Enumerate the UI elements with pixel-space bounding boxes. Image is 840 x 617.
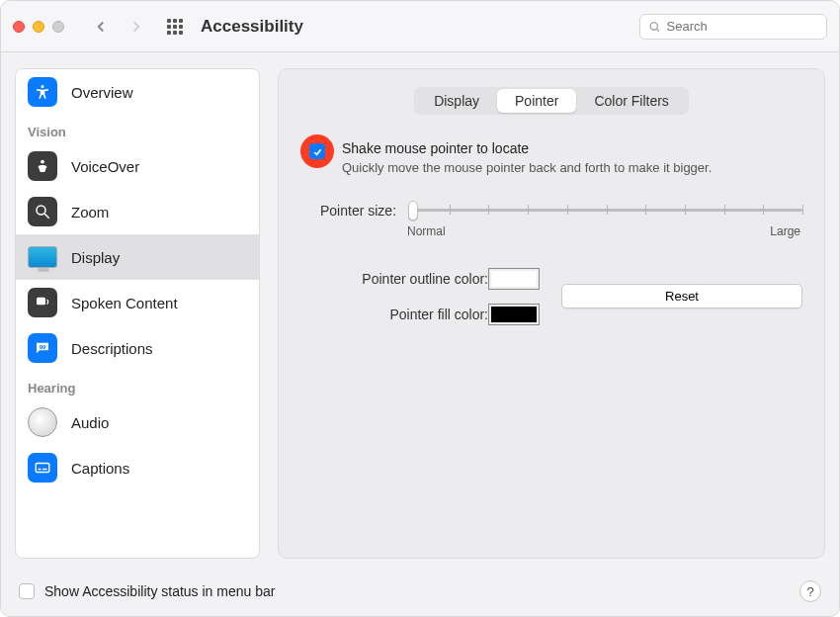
- sidebar-item-label: Zoom: [71, 204, 109, 220]
- sidebar-list[interactable]: Overview Vision VoiceOver Zoom: [16, 69, 259, 490]
- window-title: Accessibility: [201, 17, 303, 37]
- svg-point-3: [41, 160, 44, 164]
- sidebar: Overview Vision VoiceOver Zoom: [15, 68, 260, 559]
- titlebar: Accessibility: [1, 1, 839, 52]
- content-area: Overview Vision VoiceOver Zoom: [1, 52, 839, 567]
- sidebar-item-zoom[interactable]: Zoom: [16, 189, 259, 234]
- search-field[interactable]: [639, 14, 827, 40]
- zoom-window-button[interactable]: [52, 21, 64, 33]
- svg-line-1: [657, 29, 659, 31]
- search-input[interactable]: [667, 19, 819, 34]
- svg-point-4: [37, 206, 45, 215]
- svg-line-5: [44, 214, 49, 219]
- sidebar-item-label: Audio: [71, 414, 109, 431]
- reset-colors-button[interactable]: Reset: [561, 284, 802, 308]
- shake-pointer-title: Shake mouse pointer to locate: [342, 140, 802, 156]
- tab-segmented-control: Display Pointer Color Filters: [300, 87, 802, 115]
- statusbar-label: Show Accessibility status in menu bar: [44, 583, 275, 599]
- svg-rect-10: [42, 469, 47, 471]
- sidebar-item-audio[interactable]: Audio: [16, 399, 259, 445]
- sidebar-item-captions[interactable]: Captions: [16, 445, 259, 490]
- tab-color-filters[interactable]: Color Filters: [576, 89, 686, 113]
- svg-rect-6: [37, 298, 45, 306]
- shake-pointer-checkbox[interactable]: [309, 143, 325, 159]
- pointer-size-label: Pointer size:: [320, 203, 396, 219]
- shake-pointer-desc: Quickly move the mouse pointer back and …: [342, 159, 717, 177]
- sidebar-item-label: Spoken Content: [71, 295, 178, 311]
- pointer-size-row: Pointer size:: [320, 199, 802, 222]
- pointer-size-min-label: Normal: [407, 224, 446, 238]
- shake-pointer-row: Shake mouse pointer to locate Quickly mo…: [300, 140, 802, 177]
- spoken-content-icon: [28, 288, 57, 317]
- sidebar-section-hearing: Hearing: [16, 371, 259, 399]
- fill-color-label: Pointer fill color:: [320, 307, 488, 322]
- highlight-ring: [300, 134, 334, 168]
- all-prefs-grid-icon[interactable]: [167, 19, 183, 35]
- sidebar-item-overview[interactable]: Overview: [16, 69, 259, 115]
- sidebar-section-vision: Vision: [16, 115, 259, 143]
- footer: Show Accessibility status in menu bar ?: [1, 567, 839, 616]
- sidebar-item-display[interactable]: Display: [16, 234, 259, 280]
- pointer-size-max-label: Large: [770, 224, 800, 238]
- audio-icon: [28, 407, 57, 437]
- sidebar-item-label: Overview: [71, 84, 133, 101]
- sidebar-item-label: Display: [71, 249, 120, 266]
- search-icon: [648, 20, 661, 34]
- statusbar-checkbox[interactable]: [19, 583, 35, 599]
- svg-rect-9: [39, 469, 42, 471]
- back-button[interactable]: [92, 18, 110, 36]
- minimize-window-button[interactable]: [33, 21, 44, 33]
- outline-color-label: Pointer outline color:: [320, 271, 488, 287]
- window-controls: [13, 21, 64, 33]
- help-button[interactable]: ?: [799, 580, 821, 602]
- outline-color-well[interactable]: [488, 268, 540, 290]
- svg-point-0: [650, 22, 657, 29]
- sidebar-item-label: VoiceOver: [71, 158, 139, 175]
- display-icon: [28, 246, 57, 268]
- sidebar-item-spoken-content[interactable]: Spoken Content: [16, 280, 259, 325]
- forward-button[interactable]: [127, 18, 145, 36]
- fill-color-well[interactable]: [488, 304, 540, 325]
- sidebar-item-label: Captions: [71, 460, 129, 477]
- svg-rect-8: [36, 464, 49, 473]
- tab-display[interactable]: Display: [416, 89, 497, 113]
- main-pane: Display Pointer Color Filters Shake mous…: [278, 68, 825, 559]
- zoom-icon: [28, 197, 57, 226]
- captions-icon: [28, 453, 57, 483]
- svg-point-2: [42, 85, 44, 88]
- pointer-size-slider[interactable]: [410, 199, 802, 222]
- sidebar-item-voiceover[interactable]: VoiceOver: [16, 143, 259, 189]
- sidebar-item-descriptions[interactable]: 99 Descriptions: [16, 325, 259, 371]
- accessibility-icon: [28, 77, 57, 107]
- prefs-window: Accessibility Overview Vision: [0, 0, 840, 617]
- sidebar-item-label: Descriptions: [71, 340, 153, 357]
- close-window-button[interactable]: [13, 21, 25, 33]
- tab-pointer[interactable]: Pointer: [497, 89, 576, 113]
- pointer-size-knob[interactable]: [408, 201, 418, 220]
- svg-text:99: 99: [40, 344, 46, 350]
- pointer-color-rows: Pointer outline color: Reset Pointer fil…: [320, 268, 802, 325]
- voiceover-icon: [28, 151, 57, 181]
- nav-buttons: [92, 18, 145, 36]
- pointer-size-range-labels: Normal Large: [407, 224, 802, 238]
- descriptions-icon: 99: [28, 333, 57, 363]
